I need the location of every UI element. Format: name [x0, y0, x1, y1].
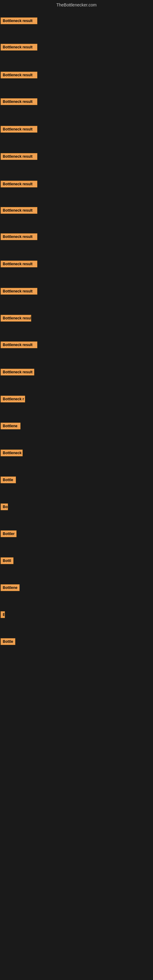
bottleneck-badge-13[interactable]: Bottleneck result: [1, 342, 37, 348]
page-container: TheBottlenecker.com Bottleneck resultBot…: [0, 0, 153, 980]
bottleneck-badge-17[interactable]: Bottleneck: [1, 450, 22, 456]
bottleneck-badge-8[interactable]: Bottleneck result: [1, 207, 37, 214]
bottleneck-badge-12[interactable]: Bottleneck result: [1, 315, 31, 321]
bottleneck-badge-3[interactable]: Bottleneck result: [1, 72, 37, 78]
bottleneck-badge-5[interactable]: Bottleneck result: [1, 126, 37, 133]
bottleneck-badge-23[interactable]: B: [1, 611, 5, 618]
bottleneck-badge-18[interactable]: Bottle: [1, 477, 16, 483]
bottleneck-badge-14[interactable]: Bottleneck result: [1, 369, 34, 375]
bottleneck-badge-9[interactable]: Bottleneck result: [1, 233, 37, 240]
bottleneck-badge-15[interactable]: Bottleneck r: [1, 396, 25, 402]
bottleneck-badge-6[interactable]: Bottleneck result: [1, 153, 37, 160]
bottleneck-badge-21[interactable]: Bottl: [1, 557, 13, 564]
bottleneck-badge-20[interactable]: Bottler: [1, 530, 16, 537]
bottleneck-badge-11[interactable]: Bottleneck result: [1, 288, 37, 294]
site-title: TheBottlenecker.com: [0, 0, 153, 9]
bottleneck-badge-10[interactable]: Bottleneck result: [1, 261, 37, 267]
bottleneck-badge-7[interactable]: Bottleneck result: [1, 181, 37, 188]
bottleneck-badge-2[interactable]: Bottleneck result: [1, 44, 37, 51]
bottleneck-badge-4[interactable]: Bottleneck result: [1, 98, 37, 105]
bottleneck-badge-19[interactable]: Bo: [1, 503, 8, 510]
bottleneck-badge-24[interactable]: Bottle: [1, 638, 15, 645]
bottleneck-badge-16[interactable]: Bottlene: [1, 423, 21, 430]
bottleneck-badge-1[interactable]: Bottleneck result: [1, 18, 37, 24]
bottleneck-badge-22[interactable]: Bottlene: [1, 584, 19, 591]
